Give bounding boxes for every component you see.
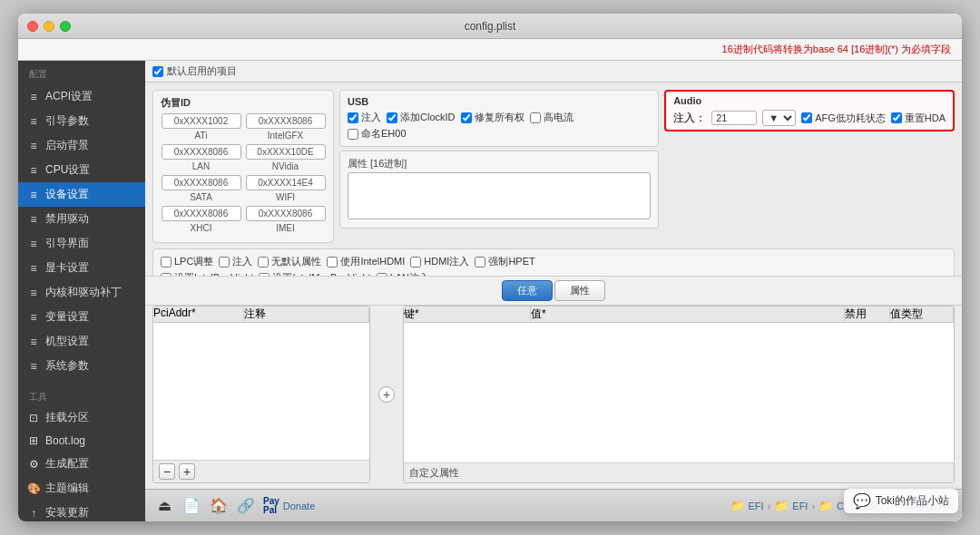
bootlog-icon: ⊞ xyxy=(27,434,40,447)
tab-arbitrary[interactable]: 任意 xyxy=(502,280,553,301)
minimize-button[interactable] xyxy=(44,21,54,32)
fakeid-sata-input[interactable] xyxy=(162,175,241,190)
sidebar-item-bootui[interactable]: ≡ 引导界面 xyxy=(18,231,145,256)
sidebar-item-genconfig[interactable]: ⚙ 生成配置 xyxy=(18,452,145,476)
list-icon: ≡ xyxy=(27,262,40,275)
list-icon: ≡ xyxy=(27,115,40,128)
sidebar-item-theme[interactable]: 🎨 主题编辑 xyxy=(18,476,145,501)
sidebar-item-bootbg[interactable]: ≡ 启动背景 xyxy=(18,133,145,158)
fakeid-intelgfx-input[interactable] xyxy=(246,113,326,129)
fakeid-ati-label: ATi xyxy=(195,131,208,141)
forcehpet-checkbox[interactable] xyxy=(475,257,485,268)
sidebar-tools-title: 工具 xyxy=(18,385,145,405)
usb-inject-label[interactable]: 注入 xyxy=(348,111,381,124)
expand-button[interactable]: + xyxy=(378,386,395,403)
fakeid-wifi-label: WIFI xyxy=(276,192,295,202)
add-pci-button[interactable]: + xyxy=(179,463,195,480)
audio-reset-checkbox[interactable] xyxy=(891,112,902,123)
top-warning: 16进制代码将转换为base 64 [16进制](*) 为必填字段 xyxy=(722,43,951,56)
hdmiinject-label[interactable]: HDMI注入 xyxy=(410,255,469,268)
main-window: config.plist 16进制代码将转换为base 64 [16进制](*)… xyxy=(18,14,962,521)
lpc-label[interactable]: LPC调整 xyxy=(161,255,213,268)
eject-icon[interactable]: ⏏ xyxy=(154,496,174,516)
usb-inject-checkbox[interactable] xyxy=(348,112,358,123)
wechat-icon: 💬 xyxy=(853,492,871,510)
breadcrumb-efi2[interactable]: EFI xyxy=(792,501,808,511)
audio-inject-input[interactable] xyxy=(711,111,757,125)
sidebar-item-graphics[interactable]: ≡ 显卡设置 xyxy=(18,256,145,280)
sidebar-item-bootlog[interactable]: ⊞ Boot.log xyxy=(18,430,145,452)
sidebar-item-kernel[interactable]: ≡ 内核和驱动补丁 xyxy=(18,280,145,305)
maximize-button[interactable] xyxy=(60,21,71,32)
tab-properties[interactable]: 属性 xyxy=(554,280,605,301)
audio-inject-select[interactable]: ▼ xyxy=(762,110,796,126)
fakeid-lan-input[interactable] xyxy=(162,144,241,160)
usb-nameeh00-checkbox[interactable] xyxy=(348,129,358,140)
sidebar-item-variables[interactable]: ≡ 变量设置 xyxy=(18,305,145,329)
pci-col-addr: PciAddr* xyxy=(153,306,244,322)
fakeid-xhci-input[interactable] xyxy=(162,206,241,221)
right-col-key: 键* xyxy=(404,306,531,322)
sidebar-item-sysparams[interactable]: ≡ 系统参数 xyxy=(18,354,145,378)
default-enable-checkbox[interactable] xyxy=(152,66,163,77)
fakeid-nvidia-label: NVidia xyxy=(272,161,299,171)
properties-label: 属性 [16进制] xyxy=(348,157,651,170)
fakeid-title: 伪冒ID xyxy=(161,96,326,110)
inject2-label[interactable]: 注入 xyxy=(219,255,252,268)
properties-textarea[interactable] xyxy=(348,172,651,219)
sidebar-item-machine[interactable]: ≡ 机型设置 xyxy=(18,329,145,354)
nodefault-checkbox[interactable] xyxy=(258,257,269,268)
lpc-checkbox[interactable] xyxy=(161,257,172,268)
donate-label[interactable]: Donate xyxy=(283,501,315,511)
sidebar-item-mount[interactable]: ⊡ 挂载分区 xyxy=(18,405,145,430)
sidebar-item-disabled[interactable]: ≡ 禁用驱动 xyxy=(18,207,145,231)
right-col-dis: 禁用 xyxy=(845,306,890,322)
fakeid-imei-input[interactable] xyxy=(246,206,326,221)
sidebar-item-acpi[interactable]: ≡ ACPI设置 xyxy=(18,84,145,109)
fakeid-intelgfx: IntelGFX xyxy=(245,113,326,141)
sidebar-item-cpu[interactable]: ≡ CPU设置 xyxy=(18,158,145,182)
audio-afg-checkbox[interactable] xyxy=(801,112,812,123)
list-icon: ≡ xyxy=(27,189,40,201)
inject2-checkbox[interactable] xyxy=(219,257,230,268)
usb-highcurrent-checkbox[interactable] xyxy=(530,112,541,123)
usb-fixownership-label[interactable]: 修复所有权 xyxy=(461,111,524,124)
usb-fixownership-checkbox[interactable] xyxy=(461,112,472,123)
usb-addclock-checkbox[interactable] xyxy=(387,112,397,123)
paypal-icon: PayPal xyxy=(263,497,279,515)
extra-row1: LPC调整 注入 无默认属性 使用IntelHDMI xyxy=(161,255,946,268)
usb-addclock-label[interactable]: 添加ClockID xyxy=(387,111,456,124)
gear-icon: ⚙ xyxy=(27,458,40,471)
audio-inject-label: 注入： xyxy=(673,111,706,126)
fakeid-intelgfx-label: IntelGFX xyxy=(268,131,303,141)
share-icon[interactable]: 🔗 xyxy=(236,496,256,516)
remove-pci-button[interactable]: − xyxy=(159,463,175,480)
fakeid-sata: SATA xyxy=(161,175,241,202)
right-col-val: 值* xyxy=(531,306,845,322)
intelhdmi-label[interactable]: 使用IntelHDMI xyxy=(327,255,405,268)
sidebar-item-guide[interactable]: ≡ 引导参数 xyxy=(18,109,145,133)
nodefault-label[interactable]: 无默认属性 xyxy=(258,255,321,268)
usb-nameeh00-label[interactable]: 命名EH00 xyxy=(348,127,407,141)
forcehpet-label[interactable]: 强制HPET xyxy=(475,255,534,268)
panel-header: 默认启用的项目 xyxy=(145,61,962,83)
fakeid-ati: ATi xyxy=(161,113,241,141)
fakeid-wifi-input[interactable] xyxy=(246,175,326,190)
folder-icon-2: 📁 xyxy=(774,499,789,512)
audio-afg-label[interactable]: AFG低功耗状态 xyxy=(801,112,886,125)
home-icon[interactable]: 🏠 xyxy=(209,496,229,516)
close-button[interactable] xyxy=(27,21,38,32)
window-title: config.plist xyxy=(465,20,516,33)
sidebar-item-devices[interactable]: ≡ 设备设置 xyxy=(18,182,145,207)
sidebar: 配置 ≡ ACPI设置 ≡ 引导参数 ≡ 启动背景 ≡ CPU设置 ≡ 设备设置 xyxy=(18,61,145,521)
fakeid-ati-input[interactable] xyxy=(162,113,241,129)
usb-highcurrent-label[interactable]: 高电流 xyxy=(530,111,573,124)
fakeid-nvidia-input[interactable] xyxy=(246,144,326,160)
hdmiinject-checkbox[interactable] xyxy=(410,257,421,268)
audio-reset-label[interactable]: 重置HDA xyxy=(891,112,946,125)
usb-section: USB 注入 添加ClockID xyxy=(339,90,659,147)
intelhdmi-checkbox[interactable] xyxy=(327,257,338,268)
sidebar-item-update[interactable]: ↑ 安装更新 xyxy=(18,501,145,521)
document-icon[interactable]: 📄 xyxy=(181,496,201,516)
breadcrumb-efi1[interactable]: EFI xyxy=(749,501,764,511)
